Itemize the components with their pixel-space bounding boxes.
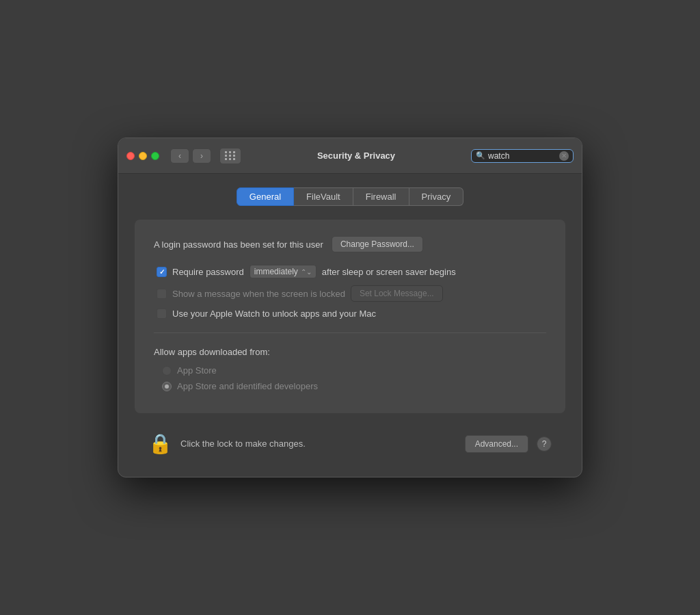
login-password-text: A login password has been set for this u… bbox=[154, 239, 323, 250]
dropdown-arrow-icon: ⌃⌄ bbox=[301, 268, 312, 276]
apple-watch-checkbox[interactable] bbox=[157, 309, 167, 319]
dropdown-value: immediately bbox=[254, 267, 298, 276]
window-title: Security & Privacy bbox=[247, 151, 466, 161]
search-box[interactable]: 🔍 ✕ bbox=[471, 149, 574, 163]
checkmark-icon: ✓ bbox=[159, 268, 165, 276]
grid-icon bbox=[225, 151, 236, 160]
maximize-button[interactable] bbox=[151, 152, 159, 160]
traffic-lights bbox=[126, 152, 159, 160]
require-password-label: Require password bbox=[172, 267, 244, 277]
app-store-identified-radio-row: App Store and identified developers bbox=[162, 381, 546, 391]
lock-icon[interactable]: 🔒 bbox=[148, 432, 172, 455]
show-message-label: Show a message when the screen is locked bbox=[172, 289, 345, 299]
close-button[interactable] bbox=[126, 152, 135, 160]
nav-buttons: ‹ › bbox=[170, 148, 211, 163]
back-button[interactable]: ‹ bbox=[170, 148, 189, 163]
app-store-radio-row: App Store bbox=[162, 365, 546, 376]
help-button[interactable]: ? bbox=[537, 436, 552, 452]
tab-privacy[interactable]: Privacy bbox=[409, 187, 464, 206]
tab-filevault[interactable]: FileVault bbox=[294, 187, 353, 206]
bottom-bar: 🔒 Click the lock to make changes. Advanc… bbox=[135, 424, 565, 463]
forward-button[interactable]: › bbox=[192, 148, 211, 163]
after-text: after sleep or screen saver begins bbox=[322, 267, 456, 277]
grid-view-button[interactable] bbox=[219, 148, 241, 164]
search-input[interactable] bbox=[488, 151, 556, 161]
set-lock-message-button[interactable]: Set Lock Message... bbox=[351, 285, 443, 302]
apple-watch-label: Use your Apple Watch to unlock apps and … bbox=[172, 309, 376, 319]
content-area: General FileVault Firewall Privacy A log… bbox=[118, 174, 582, 477]
apple-watch-row: Use your Apple Watch to unlock apps and … bbox=[157, 309, 546, 319]
lock-text: Click the lock to make changes. bbox=[180, 439, 457, 449]
allow-apps-title: Allow apps downloaded from: bbox=[154, 347, 546, 357]
app-store-radio[interactable] bbox=[162, 366, 172, 376]
main-window: ‹ › Security & Privacy 🔍 ✕ General FileV… bbox=[118, 138, 582, 477]
general-panel: A login password has been set for this u… bbox=[135, 220, 565, 413]
show-message-checkbox[interactable] bbox=[157, 289, 167, 299]
allow-apps-section: Allow apps downloaded from: App Store Ap… bbox=[154, 347, 546, 391]
radio-selected-indicator bbox=[165, 384, 169, 389]
search-clear-button[interactable]: ✕ bbox=[559, 151, 569, 161]
titlebar: ‹ › Security & Privacy 🔍 ✕ bbox=[118, 138, 582, 174]
tab-firewall[interactable]: Firewall bbox=[353, 187, 409, 206]
require-password-checkbox[interactable]: ✓ bbox=[157, 267, 167, 277]
app-store-identified-label: App Store and identified developers bbox=[177, 381, 318, 391]
change-password-button[interactable]: Change Password... bbox=[332, 236, 423, 252]
app-store-identified-radio[interactable] bbox=[162, 382, 172, 391]
require-password-dropdown[interactable]: immediately ⌃⌄ bbox=[250, 265, 317, 278]
login-password-row: A login password has been set for this u… bbox=[154, 236, 546, 252]
show-message-row: Show a message when the screen is locked… bbox=[157, 285, 546, 302]
tab-bar: General FileVault Firewall Privacy bbox=[135, 187, 565, 206]
tab-general[interactable]: General bbox=[237, 187, 294, 206]
minimize-button[interactable] bbox=[139, 152, 147, 160]
advanced-button[interactable]: Advanced... bbox=[465, 435, 528, 453]
require-password-row: ✓ Require password immediately ⌃⌄ after … bbox=[157, 265, 546, 278]
app-store-label: App Store bbox=[177, 365, 217, 376]
search-icon: 🔍 bbox=[476, 151, 485, 160]
divider bbox=[154, 332, 546, 333]
